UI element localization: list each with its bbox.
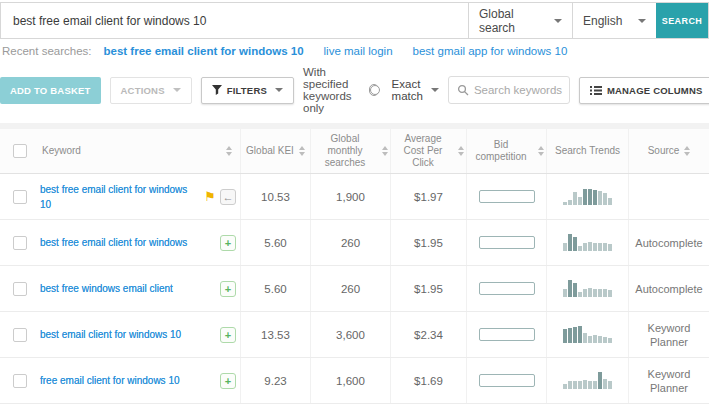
recent-search-link[interactable]: best free email client for windows 10 xyxy=(104,45,304,57)
column-label: Source xyxy=(648,145,680,157)
recent-search-link[interactable]: live mail login xyxy=(324,45,393,57)
keyword-link[interactable]: best free email client for windows xyxy=(40,235,187,250)
language-value: English xyxy=(583,14,622,28)
search-scope-value: Global search xyxy=(479,7,546,35)
keyword-actions: + xyxy=(215,281,236,297)
column-header-global-kei[interactable]: Global KEI xyxy=(240,129,310,173)
search-trends-cell xyxy=(546,312,628,357)
monthly-searches-cell: 1,600 xyxy=(310,358,390,403)
recent-search-link[interactable]: best gmail app for windows 10 xyxy=(413,45,568,57)
sort-icon[interactable] xyxy=(382,146,388,156)
column-header-bid-competition[interactable]: Bid competition xyxy=(466,129,546,173)
row-checkbox[interactable] xyxy=(13,374,27,388)
average-cpc-cell: $1.95 xyxy=(390,220,466,265)
add-icon[interactable]: + xyxy=(220,281,236,297)
row-checkbox-cell xyxy=(0,374,40,388)
add-icon[interactable]: + xyxy=(220,373,236,389)
keyword-actions: ⚑← xyxy=(199,189,236,205)
row-checkbox[interactable] xyxy=(13,190,27,204)
keyword-link[interactable]: free email client for windows 10 xyxy=(40,373,180,388)
flag-icon[interactable]: ⚑ xyxy=(204,190,216,203)
source-value: Keyword Planner xyxy=(631,321,707,349)
manage-columns-button[interactable]: MANAGE COLUMNS xyxy=(579,77,709,104)
toggle-switch-icon[interactable] xyxy=(369,84,379,96)
column-label: Average Cost Per Click xyxy=(393,133,453,169)
keyword-actions: + xyxy=(215,235,236,251)
cpc-value: $1.95 xyxy=(414,283,443,295)
match-mode-value: Exact match xyxy=(392,78,423,102)
keyword-cell: best email client for windows 10 + xyxy=(40,327,240,343)
chevron-down-icon xyxy=(554,19,562,23)
add-icon[interactable]: + xyxy=(220,327,236,343)
keyword-cell: best free email client for windows 10 ⚑← xyxy=(40,182,240,212)
monthly-searches-cell: 260 xyxy=(310,220,390,265)
main-search-input[interactable] xyxy=(1,3,468,38)
column-header-average-cpc[interactable]: Average Cost Per Click xyxy=(390,129,466,173)
bid-competition-cell xyxy=(466,312,546,357)
monthly-searches-value: 1,600 xyxy=(336,375,365,387)
filters-button[interactable]: FILTERS xyxy=(201,77,294,104)
global-kei-cell: 5.60 xyxy=(240,266,310,311)
bid-competition-bar xyxy=(479,236,535,249)
monthly-searches-value: 3,600 xyxy=(336,329,365,341)
keyword-research-app: Global search English SEARCH Recent sear… xyxy=(0,0,709,404)
select-all-cell xyxy=(0,129,40,173)
recent-searches-label: Recent searches: xyxy=(2,45,92,57)
sort-icon[interactable] xyxy=(226,146,232,156)
keyword-link[interactable]: best email client for windows 10 xyxy=(40,327,181,342)
column-header-monthly-searches[interactable]: Global monthly searches xyxy=(310,129,390,173)
column-header-source[interactable]: Source xyxy=(628,129,709,173)
row-checkbox[interactable] xyxy=(13,328,27,342)
average-cpc-cell: $1.97 xyxy=(390,174,466,219)
bid-competition-bar xyxy=(479,282,535,295)
add-icon[interactable]: + xyxy=(220,235,236,251)
specified-keywords-toggle[interactable]: With specified keywords only xyxy=(303,66,379,114)
row-checkbox[interactable] xyxy=(13,236,27,250)
arrow-left-icon[interactable]: ← xyxy=(220,189,236,205)
average-cpc-cell: $2.34 xyxy=(390,312,466,357)
column-label: Search Trends xyxy=(555,145,620,157)
kei-value: 13.53 xyxy=(261,329,290,341)
bid-competition-cell xyxy=(466,220,546,265)
kei-value: 10.53 xyxy=(261,191,290,203)
search-trend-chart xyxy=(563,326,612,343)
keyword-link[interactable]: best free email client for windows 10 xyxy=(40,182,199,212)
search-scope-select[interactable]: Global search xyxy=(468,3,572,38)
keyword-filter-input[interactable] xyxy=(474,84,564,96)
search-button[interactable]: SEARCH xyxy=(656,3,708,38)
column-label: Bid competition xyxy=(469,139,533,163)
select-all-checkbox[interactable] xyxy=(13,144,27,158)
sort-icon[interactable] xyxy=(458,146,464,156)
source-value: Autocomplete xyxy=(635,236,702,250)
language-select[interactable]: English xyxy=(572,3,656,38)
bid-competition-bar xyxy=(479,328,535,341)
match-mode-select[interactable]: Exact match xyxy=(392,78,439,102)
global-kei-cell: 9.23 xyxy=(240,358,310,403)
table-row: free email client for windows 10 + 9.23 … xyxy=(0,358,709,404)
average-cpc-cell: $1.69 xyxy=(390,358,466,403)
column-label: Global KEI xyxy=(246,145,294,157)
row-checkbox[interactable] xyxy=(13,282,27,296)
kei-value: 9.23 xyxy=(264,375,286,387)
table-row: best email client for windows 10 + 13.53… xyxy=(0,312,709,358)
add-to-basket-button[interactable]: ADD TO BASKET xyxy=(0,77,101,104)
keyword-actions: + xyxy=(215,373,236,389)
sort-icon[interactable] xyxy=(684,146,690,156)
search-trends-cell xyxy=(546,174,628,219)
column-header-keyword[interactable]: Keyword xyxy=(40,129,240,173)
source-cell xyxy=(628,174,709,219)
source-cell: Keyword Planner xyxy=(628,358,709,403)
source-cell: Autocomplete xyxy=(628,266,709,311)
monthly-searches-value: 1,900 xyxy=(336,191,365,203)
actions-button[interactable]: ACTIONS xyxy=(110,77,192,104)
table-header-row: Keyword Global KEI Global monthly search… xyxy=(0,129,709,174)
sort-icon[interactable] xyxy=(538,146,544,156)
actions-label: ACTIONS xyxy=(121,85,165,96)
keyword-filter-search xyxy=(448,76,570,104)
keyword-link[interactable]: best free windows email client xyxy=(40,281,173,296)
top-search-bar: Global search English SEARCH xyxy=(0,2,709,39)
sort-icon[interactable] xyxy=(299,146,305,156)
row-checkbox-cell xyxy=(0,190,40,204)
table-row: best free email client for windows 10 ⚑←… xyxy=(0,174,709,220)
row-checkbox-cell xyxy=(0,236,40,250)
